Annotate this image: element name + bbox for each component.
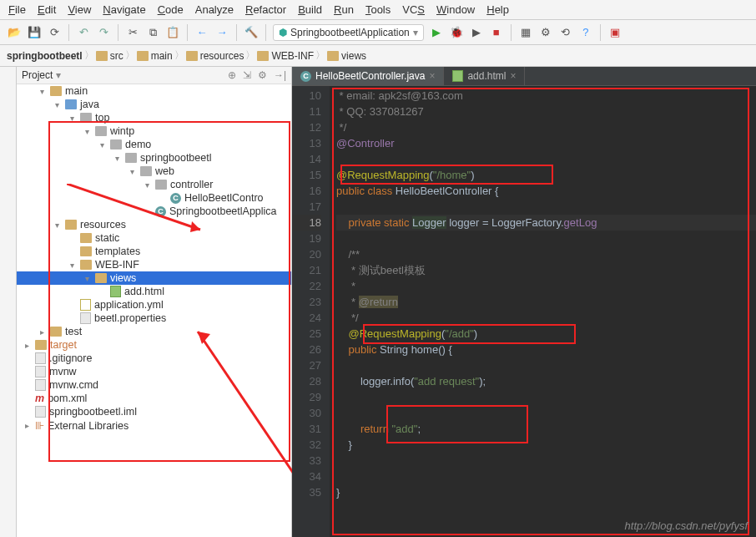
tree-beetl[interactable]: beetl.properties [17,312,291,325]
forward-icon[interactable]: → [214,25,229,40]
settings-icon[interactable]: ⚙ [538,25,553,40]
run-config-label: SpringbootbeetlApplication [290,27,410,38]
back-icon[interactable]: ← [194,25,209,40]
close-icon[interactable]: × [429,70,435,82]
crumb-resources[interactable]: resources [186,50,244,62]
run-icon[interactable]: ▶ [429,25,444,40]
help-icon[interactable]: ? [578,25,593,40]
menu-build[interactable]: Build [298,3,322,16]
collapse-icon[interactable]: ⇲ [243,69,251,81]
tree-app[interactable]: C SpringbootbeetlApplica [17,205,291,218]
tree-sbb[interactable]: ▾ springbootbeetl [17,151,291,165]
tree-test[interactable]: ▸ test [17,325,291,338]
project-tree[interactable]: ▾ main▾ java▾ top▾ wintp▾ demo▾ springbo… [17,84,291,537]
tree-mvnw[interactable]: mvnw [17,365,291,378]
tree-top[interactable]: ▾ top [17,111,291,124]
ide-icon[interactable]: ▣ [607,25,622,40]
tree-main[interactable]: ▾ main [17,84,291,98]
menu-analyze[interactable]: Analyze [195,3,234,16]
menu-file[interactable]: File [8,3,26,16]
tree-java[interactable]: ▾ java [17,98,291,111]
tree-wintp[interactable]: ▾ wintp [17,124,291,138]
tree-appyml[interactable]: application.yml [17,298,291,312]
menu-edit[interactable]: Edit [38,3,56,16]
menu-code[interactable]: Code [158,3,184,16]
build-icon[interactable]: 🔨 [244,25,259,40]
tree-hello[interactable]: C HelloBeetlContro [17,191,291,205]
tree-web[interactable]: ▾ web [17,165,291,178]
run-config-select[interactable]: ⬢ SpringbootbeetlApplication ▾ [273,24,424,41]
coverage-icon[interactable]: ▶ [469,25,484,40]
crumb-main[interactable]: main [137,50,173,62]
file-tabs: CHelloBeetlController.java×add.html× [292,67,756,86]
tree-mvnwcmd[interactable]: mvnw.cmd [17,378,291,392]
tree-target[interactable]: ▸ target [17,338,291,352]
menu-bar: FileEditViewNavigateCodeAnalyzeRefactorB… [0,0,756,20]
refresh-icon[interactable]: ⟳ [47,25,62,40]
menu-navigate[interactable]: Navigate [103,3,145,16]
target-icon[interactable]: ⊕ [228,69,236,81]
tree-webinf[interactable]: ▾ WEB-INF [17,258,291,271]
menu-refactor[interactable]: Refactor [245,3,286,16]
panel-title: Project [22,69,53,81]
copy-icon[interactable]: ⧉ [145,25,160,40]
tree-controller[interactable]: ▾ controller [17,178,291,191]
paste-icon[interactable]: 📋 [165,25,180,40]
code-editor[interactable]: 1011121314151617181920212223242526272829… [292,86,756,537]
tab-HelloBeetlController.java[interactable]: CHelloBeetlController.java× [292,67,444,85]
tree-templates[interactable]: templates [17,245,291,258]
tab-add.html[interactable]: add.html× [444,67,525,85]
sync-icon[interactable]: ⟲ [558,25,573,40]
stop-icon[interactable]: ■ [489,25,504,40]
close-icon[interactable]: × [510,70,516,82]
crumb-views[interactable]: views [327,50,366,62]
structure-icon[interactable]: ▦ [518,25,533,40]
menu-tools[interactable]: Tools [365,3,391,16]
tree-iml[interactable]: springbootbeetl.iml [17,405,291,418]
menu-vcs[interactable]: VCS [402,3,425,16]
tree-static[interactable]: static [17,231,291,245]
menu-view[interactable]: View [68,3,91,16]
save-icon[interactable]: 💾 [27,25,42,40]
open-icon[interactable]: 📂 [7,25,22,40]
hide-icon[interactable]: →| [274,69,286,81]
breadcrumb: springbootbeetl〉 src〉 main〉 resources〉 W… [0,45,756,67]
undo-icon[interactable]: ↶ [76,25,91,40]
tree-gitignore[interactable]: .gitignore [17,352,291,365]
tree-pom[interactable]: m pom.xml [17,392,291,405]
tool-rail: Project [0,67,17,537]
watermark: http://blog.csdn.net/pyfysf [625,519,748,532]
cut-icon[interactable]: ✂ [125,25,140,40]
tree-resources[interactable]: ▾ resources [17,218,291,231]
menu-run[interactable]: Run [334,3,354,16]
crumb-springbootbeetl[interactable]: springbootbeetl [7,50,83,62]
tree-extlib[interactable]: ▸⊪ External Libraries [17,418,291,433]
tree-views[interactable]: ▾ views [17,271,291,285]
crumb-WEB-INF[interactable]: WEB-INF [257,50,314,62]
crumb-src[interactable]: src [96,50,123,62]
tree-demo[interactable]: ▾ demo [17,138,291,151]
tree-addhtml[interactable]: add.html [17,285,291,298]
gear-icon[interactable]: ⚙ [258,69,267,81]
editor-area: CHelloBeetlController.java×add.html× 101… [292,67,756,537]
menu-help[interactable]: Help [486,3,509,16]
redo-icon[interactable]: ↷ [96,25,111,40]
project-panel: Project ▾ ⊕ ⇲ ⚙ →| ▾ main▾ java▾ top▾ wi… [17,67,292,537]
toolbar: 📂 💾 ⟳ ↶ ↷ ✂ ⧉ 📋 ← → 🔨 ⬢ SpringbootbeetlA… [0,20,756,45]
debug-icon[interactable]: 🐞 [449,25,464,40]
menu-window[interactable]: Window [436,3,475,16]
